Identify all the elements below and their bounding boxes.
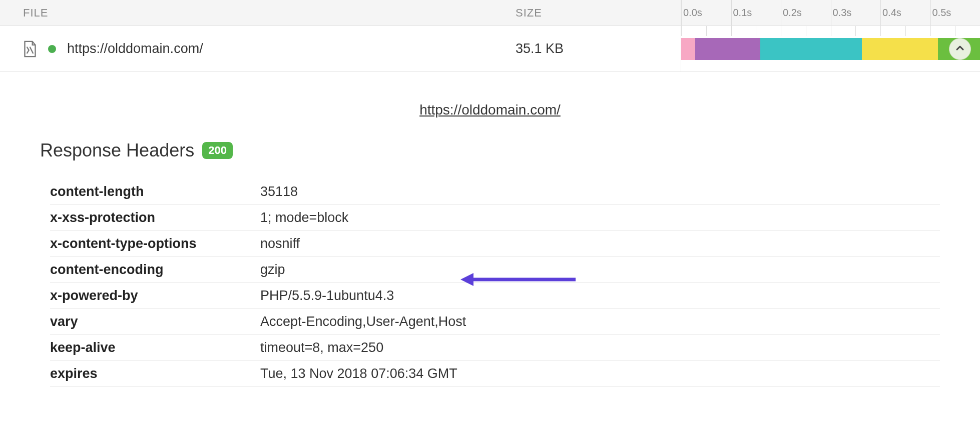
timeline-tick: 0.3s (831, 0, 852, 26)
header-row: expiresTue, 13 Nov 2018 07:06:34 GMT (50, 361, 940, 387)
header-key: content-length (50, 184, 260, 200)
header-row: content-length35118 (50, 179, 940, 205)
header-value: 35118 (260, 184, 298, 200)
timeline-cell (681, 26, 980, 72)
header-key: x-content-type-options (50, 236, 260, 252)
response-headers-title: Response Headers 200 (40, 140, 940, 161)
header-value: 1; mode=block (260, 210, 348, 226)
document-icon (23, 40, 37, 58)
column-header-file: FILE (0, 6, 516, 20)
header-key: content-encoding (50, 262, 260, 278)
timing-segment (695, 38, 760, 60)
details-url-link[interactable]: https://olddomain.com/ (40, 102, 940, 118)
size-value: 35.1 KB (516, 41, 681, 56)
header-row: x-xss-protection1; mode=block (50, 205, 940, 231)
status-badge: 200 (202, 142, 233, 159)
header-row: keep-alivetimeout=8, max=250 (50, 335, 940, 361)
details-panel: https://olddomain.com/ Response Headers … (0, 72, 980, 387)
header-row: varyAccept-Encoding,User-Agent,Host (50, 309, 940, 335)
header-key: expires (50, 366, 260, 382)
timeline-tick-label: 0.2s (781, 7, 802, 18)
header-key: keep-alive (50, 340, 260, 356)
timeline-tick-label: 0.3s (831, 7, 852, 18)
timeline-tick: 0.2s (781, 0, 802, 26)
header-key: vary (50, 314, 260, 330)
timeline-tick-label: 0.0s (681, 7, 702, 18)
headers-table: content-length35118x-xss-protection1; mo… (50, 179, 940, 387)
timeline-tick-label: 0.1s (731, 7, 752, 18)
header-value: Tue, 13 Nov 2018 07:06:34 GMT (260, 366, 457, 382)
header-row: x-powered-byPHP/5.5.9-1ubuntu4.3 (50, 283, 940, 309)
timing-segment (681, 38, 695, 60)
header-key: x-powered-by (50, 288, 260, 304)
timeline-tick: 0.5s (930, 0, 951, 26)
timeline-header: 0.0s0.1s0.2s0.3s0.4s0.5s0.6 (681, 0, 980, 26)
header-row: content-encodinggzip (50, 257, 940, 283)
file-cell: https://olddomain.com/ (0, 40, 516, 58)
header-value: timeout=8, max=250 (260, 340, 383, 356)
header-row: x-content-type-optionsnosniff (50, 231, 940, 257)
timeline-tick-label: 0.5s (930, 7, 951, 18)
header-value: nosniff (260, 236, 300, 252)
timeline-tick: 0.1s (731, 0, 752, 26)
header-value: Accept-Encoding,User-Agent,Host (260, 314, 466, 330)
timeline-tick-label: 0.4s (880, 7, 901, 18)
timing-bar (681, 38, 980, 60)
header-value: PHP/5.5.9-1ubuntu4.3 (260, 288, 394, 304)
chevron-up-icon (955, 42, 965, 56)
header-value: gzip (260, 262, 285, 278)
column-header-size: SIZE (516, 6, 681, 20)
timing-segment (862, 38, 938, 60)
request-url: https://olddomain.com/ (67, 41, 203, 56)
status-indicator-icon (48, 45, 56, 53)
timing-segment (760, 38, 862, 60)
network-panel: FILE SIZE 0.0s0.1s0.2s0.3s0.4s0.5s0.6 ht… (0, 0, 980, 387)
timeline-tick: 0.0s (681, 0, 702, 26)
table-header: FILE SIZE 0.0s0.1s0.2s0.3s0.4s0.5s0.6 (0, 0, 980, 26)
timeline-tick: 0.4s (880, 0, 901, 26)
request-row[interactable]: https://olddomain.com/ 35.1 KB (0, 26, 980, 72)
header-key: x-xss-protection (50, 210, 260, 226)
section-title-text: Response Headers (40, 140, 194, 161)
collapse-button[interactable] (949, 38, 971, 60)
